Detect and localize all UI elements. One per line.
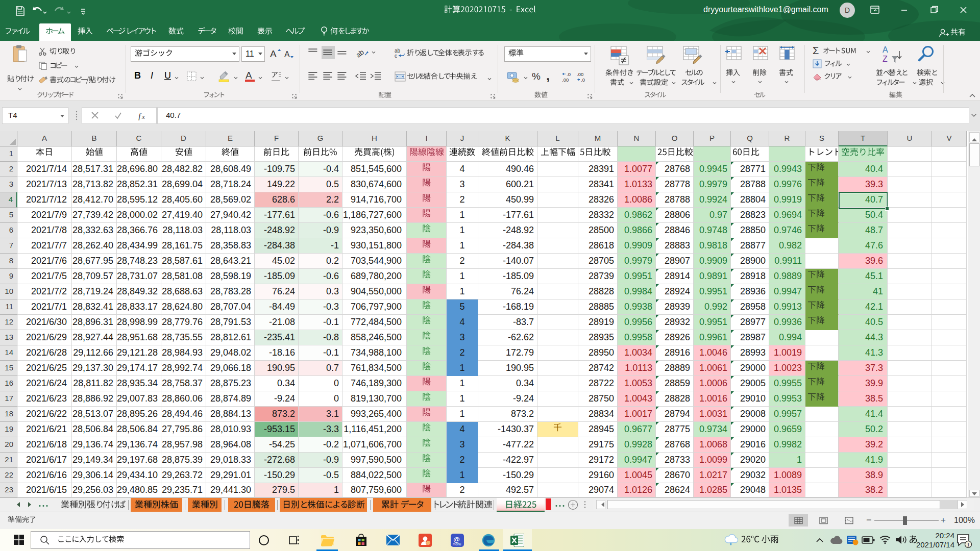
svg-text:A: A: [284, 50, 290, 59]
svg-text:.0: .0: [567, 71, 571, 77]
svg-text:A: A: [246, 70, 252, 81]
svg-text:c: c: [395, 53, 397, 58]
svg-text:.0: .0: [581, 77, 585, 83]
svg-text:ab: ab: [356, 47, 365, 59]
svg-text:A: A: [270, 48, 277, 59]
svg-text:A: A: [883, 45, 888, 54]
svg-text:.00: .00: [562, 77, 569, 83]
svg-text:Z: Z: [883, 55, 888, 63]
svg-text:1: 1: [967, 542, 970, 547]
svg-text:menu: menu: [453, 542, 461, 546]
svg-text:x: x: [141, 113, 145, 120]
svg-text:.00: .00: [577, 71, 583, 77]
svg-text:f: f: [138, 111, 142, 120]
